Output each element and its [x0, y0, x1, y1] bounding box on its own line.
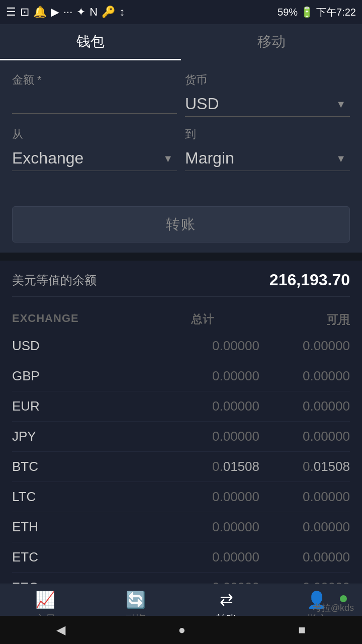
- balance-value: 216,193.70: [269, 271, 350, 289]
- coin-symbol: JPY: [12, 429, 72, 444]
- table-row: BTC 0.01508 0.01508: [12, 452, 350, 482]
- to-label: 到: [185, 127, 350, 142]
- android-nav-bar: ◀ ● ■ 考拉@kds: [0, 616, 362, 644]
- coin-symbol: ETC: [12, 549, 72, 565]
- nfc-icon: N: [89, 6, 98, 19]
- signal-icon: ↕: [119, 6, 125, 19]
- transfer-icon: ⇄: [220, 590, 233, 609]
- main-tabs: 钱包 移动: [0, 24, 362, 60]
- coin-total: 0.00000: [72, 338, 259, 354]
- status-left-icons: ☰ ⊡ 🔔 ▶ ··· ✦ N 🔑 ↕: [6, 6, 125, 19]
- coin-available: 0.00000: [259, 338, 350, 354]
- coin-symbol: BTC: [12, 459, 72, 474]
- table-row: LTC 0.00000 0.00000: [12, 482, 350, 512]
- app-icon: ⊡: [20, 6, 29, 19]
- finance-icon: 🔄: [126, 590, 146, 609]
- coin-total: 0.00000: [72, 398, 259, 414]
- from-select[interactable]: Exchange ▼: [12, 146, 177, 171]
- currency-value: USD: [185, 95, 239, 113]
- from-label: 从: [12, 127, 177, 142]
- transfer-form: 金额 * 货币 USD ▼ 从 Exchange ▼ 到 Margin ▼: [0, 60, 362, 196]
- currency-label: 货币: [185, 72, 350, 88]
- coin-total: 0.00000: [72, 368, 259, 384]
- col-available-label: 可用: [327, 312, 350, 327]
- coin-symbol: ETH: [12, 519, 72, 535]
- col-total-label: 总计: [191, 312, 214, 327]
- send-icon: ▶: [51, 6, 59, 19]
- table-row: ETH 0.00000 0.00000: [12, 512, 350, 542]
- from-group: 从 Exchange ▼: [12, 127, 177, 171]
- coin-total: 0.00000: [72, 519, 259, 535]
- form-row-bottom: 从 Exchange ▼ 到 Margin ▼: [12, 127, 350, 171]
- home-button[interactable]: ●: [178, 623, 186, 637]
- table-row: GBP 0.00000 0.00000: [12, 361, 350, 391]
- coin-available: 0.00000: [259, 429, 350, 444]
- coin-symbol: LTC: [12, 489, 72, 505]
- status-bar: ☰ ⊡ 🔔 ▶ ··· ✦ N 🔑 ↕ 59% 🔋 下午7:22: [0, 0, 362, 24]
- from-value: Exchange: [12, 149, 104, 167]
- coin-available: 0.00000: [259, 519, 350, 535]
- coin-total: 0.00000: [72, 429, 259, 444]
- coin-symbol: EUR: [12, 398, 72, 414]
- bell-icon: 🔔: [33, 6, 47, 19]
- table-row: ETC 0.00000 0.00000: [12, 542, 350, 573]
- coin-available: 0.00000: [259, 398, 350, 414]
- to-select[interactable]: Margin ▼: [185, 146, 350, 171]
- watermark: 考拉@kds: [313, 602, 354, 614]
- balance-section: 美元等值的余额 216,193.70: [0, 261, 362, 302]
- coin-available: 0.00000: [259, 368, 350, 384]
- coin-total: 0.00000: [72, 489, 259, 505]
- back-button[interactable]: ◀: [56, 623, 65, 637]
- to-group: 到 Margin ▼: [185, 127, 350, 171]
- currency-group: 货币 USD ▼: [185, 72, 350, 117]
- to-arrow-icon: ▼: [336, 152, 346, 164]
- coin-total: 0.01508: [72, 459, 259, 474]
- table-row: EUR 0.00000 0.00000: [12, 391, 350, 422]
- from-arrow-icon: ▼: [163, 152, 173, 164]
- section-divider: [0, 253, 362, 261]
- coin-symbol: USD: [12, 338, 72, 354]
- form-row-top: 金额 * 货币 USD ▼: [12, 72, 350, 117]
- battery-percent: 59%: [278, 7, 298, 18]
- bluetooth-icon: ✦: [76, 6, 85, 19]
- to-value: Margin: [185, 149, 254, 167]
- balance-row: 美元等值的余额 216,193.70: [12, 271, 350, 297]
- coin-total: 0.00000: [72, 549, 259, 565]
- currency-select[interactable]: USD ▼: [185, 92, 350, 117]
- account-dot: [340, 595, 347, 602]
- currency-arrow-icon: ▼: [336, 98, 346, 110]
- transfer-btn-wrapper: 转账: [0, 196, 362, 253]
- menu-icon: ☰: [6, 6, 16, 19]
- tab-move[interactable]: 移动: [181, 24, 362, 60]
- section-label: EXCHANGE: [12, 312, 79, 327]
- transfer-button[interactable]: 转账: [12, 206, 350, 243]
- amount-input[interactable]: [12, 92, 177, 114]
- table-header: EXCHANGE 总计 可用: [12, 307, 350, 331]
- status-right: 59% 🔋 下午7:22: [278, 6, 356, 19]
- table-row: USD 0.00000 0.00000: [12, 331, 350, 361]
- trade-icon: 📈: [35, 590, 55, 609]
- tab-wallet[interactable]: 钱包: [0, 24, 181, 60]
- amount-group: 金额 *: [12, 72, 177, 117]
- dots-icon: ···: [63, 6, 72, 19]
- coin-available: 0.00000: [259, 489, 350, 505]
- coin-available: 0.01508: [259, 459, 350, 474]
- time-display: 下午7:22: [316, 6, 356, 19]
- key-icon: 🔑: [102, 6, 115, 19]
- table-row: JPY 0.00000 0.00000: [12, 422, 350, 452]
- coin-available: 0.00000: [259, 549, 350, 565]
- recent-button[interactable]: ■: [298, 623, 306, 637]
- amount-label: 金额 *: [12, 72, 177, 88]
- balance-label: 美元等值的余额: [12, 272, 97, 288]
- battery-icon: 🔋: [301, 6, 313, 18]
- coin-symbol: GBP: [12, 368, 72, 384]
